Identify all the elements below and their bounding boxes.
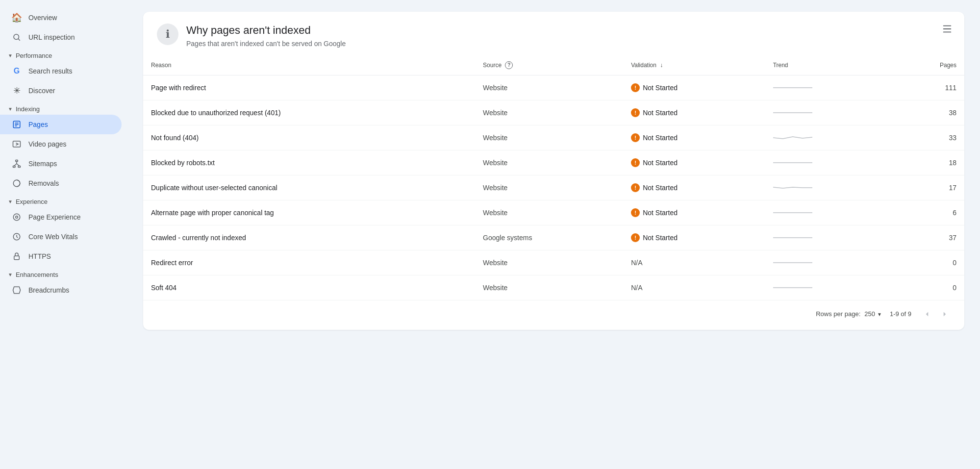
cell-source: Website (475, 100, 623, 125)
source-help-icon[interactable]: ? (505, 61, 513, 69)
sidebar-section-experience[interactable]: ▼ Experience (0, 193, 127, 207)
pages-icon (12, 120, 22, 129)
cell-pages: 111 (890, 75, 964, 100)
chevron-icon: ▼ (8, 53, 13, 58)
sidebar-label-core-web-vitals: Core Web Vitals (28, 233, 78, 241)
table-row[interactable]: Alternate page with proper canonical tag… (143, 200, 964, 225)
validation-badge: ! Not Started (631, 133, 757, 142)
cell-reason: Page with redirect (143, 75, 475, 100)
svg-rect-8 (13, 166, 16, 168)
cell-reason: Soft 404 (143, 275, 475, 300)
trend-sparkline (773, 232, 812, 244)
warning-icon: ! (631, 83, 640, 92)
svg-point-15 (16, 216, 18, 219)
pagination: Rows per page: 250 ▼ 1-9 of 9 (143, 300, 964, 330)
sidebar-label-pages: Pages (28, 121, 48, 128)
table-row[interactable]: Page with redirectWebsite ! Not Started … (143, 75, 964, 100)
cell-source: Google systems (475, 225, 623, 250)
sidebar-label-breadcrumbs: Breadcrumbs (28, 286, 69, 294)
trend-sparkline (773, 257, 812, 269)
prev-page-button[interactable] (919, 306, 935, 322)
cell-pages: 33 (890, 125, 964, 150)
sidebar-label-https: HTTPS (28, 252, 51, 260)
sidebar-item-pages[interactable]: Pages (0, 115, 122, 134)
sidebar-item-https[interactable]: HTTPS (0, 247, 122, 266)
warning-icon: ! (631, 108, 640, 117)
sidebar-item-sitemaps[interactable]: Sitemaps (0, 154, 122, 173)
table-row[interactable]: Redirect errorWebsiteN/A 0 (143, 250, 964, 275)
col-validation[interactable]: Validation ↓ (623, 55, 765, 75)
col-trend: Trend (765, 55, 891, 75)
validation-na: N/A (631, 259, 642, 267)
cell-trend (765, 125, 891, 150)
cell-reason: Blocked by robots.txt (143, 150, 475, 175)
sidebar-item-removals[interactable]: Removals (0, 173, 122, 193)
cell-trend (765, 250, 891, 275)
sidebar-item-url-inspection[interactable]: URL inspection (0, 27, 122, 47)
rows-per-page-select[interactable]: 250 ▼ (864, 310, 882, 318)
sidebar-section-indexing[interactable]: ▼ Indexing (0, 100, 127, 115)
sidebar-label-discover: Discover (28, 87, 55, 95)
validation-badge: ! Not Started (631, 158, 757, 167)
menu-button[interactable] (942, 24, 953, 34)
cell-reason: Alternate page with proper canonical tag (143, 200, 475, 225)
validation-label: Not Started (643, 84, 678, 92)
svg-rect-6 (13, 141, 21, 147)
sidebar-item-video-pages[interactable]: Video pages (0, 134, 122, 154)
chevron-icon: ▼ (8, 106, 13, 112)
sidebar-item-core-web-vitals[interactable]: Core Web Vitals (0, 227, 122, 247)
sidebar: 🏠 Overview URL inspection ▼ Performance … (0, 0, 127, 469)
svg-line-11 (14, 164, 17, 166)
cell-trend (765, 200, 891, 225)
svg-rect-7 (16, 160, 18, 162)
sidebar-item-discover[interactable]: ✳ Discover (0, 81, 122, 100)
cell-validation: ! Not Started (623, 75, 765, 100)
pagination-nav (919, 306, 953, 322)
sidebar-item-search-results[interactable]: G Search results (0, 61, 122, 81)
sitemaps-icon (12, 159, 22, 169)
sidebar-label-page-experience: Page Experience (28, 213, 81, 221)
validation-label: Not Started (643, 109, 678, 117)
card-header: ℹ Why pages aren't indexed Pages that ar… (143, 12, 964, 55)
cell-pages: 6 (890, 200, 964, 225)
cell-pages: 37 (890, 225, 964, 250)
cell-pages: 0 (890, 250, 964, 275)
warning-icon: ! (631, 183, 640, 192)
table-row[interactable]: Crawled - currently not indexedGoogle sy… (143, 225, 964, 250)
card-title: Why pages aren't indexed (186, 24, 951, 38)
sidebar-section-performance[interactable]: ▼ Performance (0, 47, 127, 61)
indexing-card: ℹ Why pages aren't indexed Pages that ar… (143, 12, 964, 330)
cell-reason: Duplicate without user-selected canonica… (143, 175, 475, 200)
svg-rect-20 (943, 28, 952, 29)
sidebar-label-video-pages: Video pages (28, 140, 67, 148)
cell-validation: N/A (623, 275, 765, 300)
col-reason: Reason (143, 55, 475, 75)
search-icon (12, 32, 22, 42)
cell-source: Website (475, 125, 623, 150)
validation-badge: ! Not Started (631, 183, 757, 192)
table-row[interactable]: Not found (404)Website ! Not Started 33 (143, 125, 964, 150)
validation-label: Not Started (643, 134, 678, 142)
validation-na: N/A (631, 284, 642, 292)
sidebar-section-label-performance: Performance (16, 52, 52, 59)
table-row[interactable]: Blocked by robots.txtWebsite ! Not Start… (143, 150, 964, 175)
svg-rect-17 (14, 256, 20, 260)
table-row[interactable]: Soft 404WebsiteN/A 0 (143, 275, 964, 300)
warning-icon: ! (631, 208, 640, 217)
dropdown-icon: ▼ (877, 312, 882, 317)
next-page-button[interactable] (937, 306, 953, 322)
table-row[interactable]: Blocked due to unauthorized request (401… (143, 100, 964, 125)
cell-validation: ! Not Started (623, 225, 765, 250)
sidebar-item-page-experience[interactable]: Page Experience (0, 207, 122, 227)
card-header-text: Why pages aren't indexed Pages that aren… (186, 24, 951, 48)
validation-label: Not Started (643, 184, 678, 192)
cell-trend (765, 175, 891, 200)
cell-validation: ! Not Started (623, 150, 765, 175)
table-row[interactable]: Duplicate without user-selected canonica… (143, 175, 964, 200)
sidebar-item-overview[interactable]: 🏠 Overview (0, 8, 122, 27)
cell-trend (765, 75, 891, 100)
info-icon: ℹ (157, 24, 178, 45)
cell-source: Website (475, 75, 623, 100)
sidebar-section-enhancements[interactable]: ▼ Enhancements (0, 266, 127, 280)
sidebar-item-breadcrumbs[interactable]: Breadcrumbs (0, 280, 122, 300)
